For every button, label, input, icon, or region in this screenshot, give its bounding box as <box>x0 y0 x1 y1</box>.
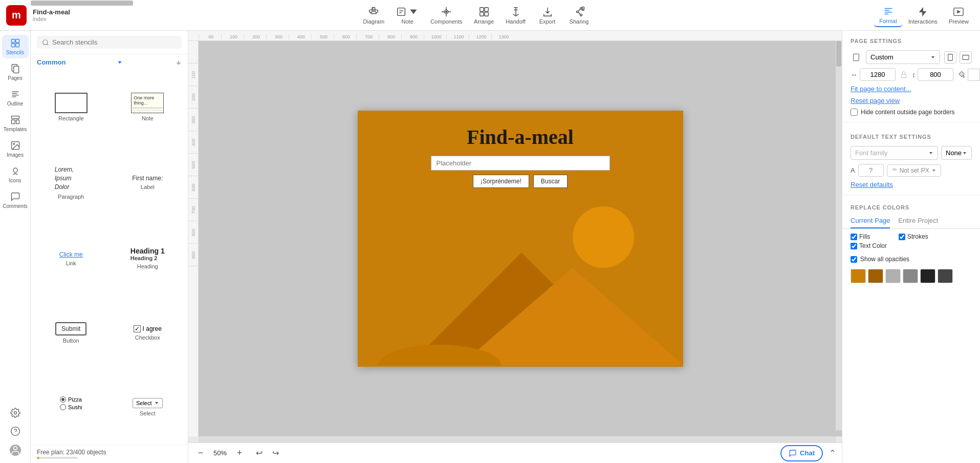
arrange-icon <box>478 6 490 17</box>
sidebar-item-templates[interactable]: Templates <box>2 112 29 135</box>
font-family-dropdown[interactable]: Font family <box>851 146 938 160</box>
swatch-black[interactable] <box>920 269 935 283</box>
stencil-paragraph[interactable]: Lorem, Ipsum Dolor Paragraph <box>33 144 110 221</box>
undo-button[interactable]: ↩ <box>252 446 266 460</box>
portrait-icon[interactable] <box>944 51 956 64</box>
comments-icon <box>10 192 20 202</box>
reset-defaults-link[interactable]: Reset defaults <box>842 179 980 191</box>
search-bar <box>31 31 188 54</box>
width-input[interactable] <box>860 68 896 81</box>
swatch-dark-orange[interactable] <box>868 269 883 283</box>
height-input[interactable] <box>918 68 953 81</box>
stencil-checkbox[interactable]: ✓ I agree Checkbox <box>110 295 186 370</box>
left-icon-bar: Stencils Pages Outline Templates <box>0 31 31 463</box>
font-family-chevron-icon <box>928 151 933 156</box>
sidebar-item-outline[interactable]: Outline <box>2 86 29 110</box>
stencil-rectangle[interactable]: Rectangle <box>33 69 110 144</box>
stencil-select-text: Select <box>136 400 152 406</box>
right-btn-interactions[interactable]: Interactions <box>903 4 943 27</box>
search-input-wrap[interactable] <box>37 36 182 49</box>
svg-rect-12 <box>480 7 483 11</box>
canvas-search-area: ¡Sorpréndeme! Buscar <box>431 156 610 188</box>
sidebar-item-stencils[interactable]: Stencils <box>2 35 29 58</box>
font-not-set: Not set PX <box>887 164 941 177</box>
stencil-radio[interactable]: Pizza Sushi Radio <box>33 369 110 444</box>
strokes-checkbox[interactable] <box>899 234 905 240</box>
hide-content-checkbox[interactable] <box>851 109 858 116</box>
sidebar-item-help[interactable] <box>2 423 29 439</box>
stencil-label[interactable]: First name: Label <box>110 144 186 221</box>
sidebar-item-comments[interactable]: Comments <box>2 188 29 212</box>
font-size-input[interactable] <box>858 164 884 177</box>
zoom-in-button[interactable]: + <box>233 447 246 459</box>
tool-export[interactable]: Export <box>532 4 563 27</box>
width-wrap: ↔ <box>851 68 896 81</box>
chat-button[interactable]: Chat <box>780 445 823 461</box>
tab-entire-project[interactable]: Entire Project <box>898 214 938 228</box>
vertical-scrollbar-thumb[interactable] <box>836 41 841 67</box>
svg-rect-7 <box>398 8 405 15</box>
canvas-search-btn[interactable]: Buscar <box>533 175 568 188</box>
text-color-checkbox[interactable] <box>851 243 857 249</box>
canvas-surprise-btn[interactable]: ¡Sorpréndeme! <box>473 175 529 188</box>
right-btn-format[interactable]: Format <box>874 4 902 27</box>
tool-note[interactable]: Note <box>390 4 424 27</box>
tool-arrange[interactable]: Arrange <box>469 4 499 27</box>
canvas-page: Find-a-meal ¡Sorpréndeme! Buscar <box>358 111 683 367</box>
stencil-heading-label: Heading <box>137 263 158 269</box>
canvas-viewport[interactable]: Find-a-meal ¡Sorpréndeme! Buscar <box>199 41 842 436</box>
tool-handoff-label: Handoff <box>506 18 525 25</box>
lock-icon[interactable] <box>900 71 908 79</box>
fills-checkbox[interactable] <box>851 234 857 240</box>
canvas-search-input[interactable] <box>431 156 610 171</box>
expand-button[interactable]: ⌃ <box>829 448 836 458</box>
svg-rect-57 <box>901 74 906 78</box>
app-logo[interactable]: m <box>6 5 27 26</box>
tool-handoff[interactable]: Handoff <box>500 4 531 27</box>
stencil-radio-visual: Pizza Sushi <box>60 396 82 410</box>
stencil-select[interactable]: Select Select <box>110 369 186 444</box>
swatch-near-black[interactable] <box>938 269 953 283</box>
stencil-button-label: Button <box>63 338 79 344</box>
page-size-dropdown[interactable]: Custom <box>866 50 940 64</box>
show-all-opacities-checkbox[interactable] <box>851 256 857 263</box>
right-btn-interactions-label: Interactions <box>908 18 938 25</box>
sidebar-item-images[interactable]: Images <box>2 137 29 161</box>
bg-color-swatch[interactable] <box>968 69 980 81</box>
font-style-dropdown[interactable]: None <box>941 146 972 160</box>
svg-point-45 <box>11 427 19 436</box>
panel-section-header[interactable]: Common <box>31 54 188 69</box>
svg-line-21 <box>578 12 580 14</box>
tool-components[interactable]: Components <box>425 4 467 27</box>
vertical-scrollbar[interactable] <box>836 41 842 430</box>
landscape-icon[interactable] <box>960 51 972 64</box>
sidebar-item-icons[interactable]: Icons <box>2 163 29 186</box>
sidebar-templates-label: Templates <box>4 127 27 132</box>
right-btn-preview[interactable]: Preview <box>944 4 974 27</box>
fit-page-link[interactable]: Fit page to content... <box>842 83 980 95</box>
stencil-note-visual: One more thing... <box>131 93 164 113</box>
swatch-orange[interactable] <box>851 269 866 283</box>
tool-arrange-label: Arrange <box>474 18 494 25</box>
tab-current-page[interactable]: Current Page <box>851 214 890 228</box>
sidebar-item-pages[interactable]: Pages <box>2 60 29 84</box>
stencil-note[interactable]: One more thing... Note <box>110 69 186 144</box>
horizontal-scrollbar[interactable] <box>199 436 836 443</box>
swatch-gray[interactable] <box>885 269 901 283</box>
swatch-dark-gray[interactable] <box>903 269 918 283</box>
stencil-heading[interactable]: Heading 1 Heading 2 Heading <box>110 220 186 295</box>
toolbar-right: Format Interactions Preview <box>874 4 974 27</box>
reset-view-link[interactable]: Reset page view <box>842 95 980 107</box>
sidebar-bottom <box>2 405 29 463</box>
stencil-button[interactable]: Submit Button <box>33 295 110 370</box>
search-input[interactable] <box>52 38 177 46</box>
page-settings-title: PAGE SETTINGS <box>842 31 980 48</box>
tool-diagram[interactable]: Diagram <box>358 4 390 27</box>
redo-button[interactable]: ↪ <box>268 446 282 460</box>
sidebar-item-user[interactable] <box>2 441 29 459</box>
tool-sharing[interactable]: Sharing <box>564 4 595 27</box>
stencil-link[interactable]: Click me Link <box>33 220 110 295</box>
zoom-out-button[interactable]: − <box>194 447 207 459</box>
free-plan-bar-fill <box>37 457 39 459</box>
sidebar-item-settings[interactable] <box>2 405 29 421</box>
